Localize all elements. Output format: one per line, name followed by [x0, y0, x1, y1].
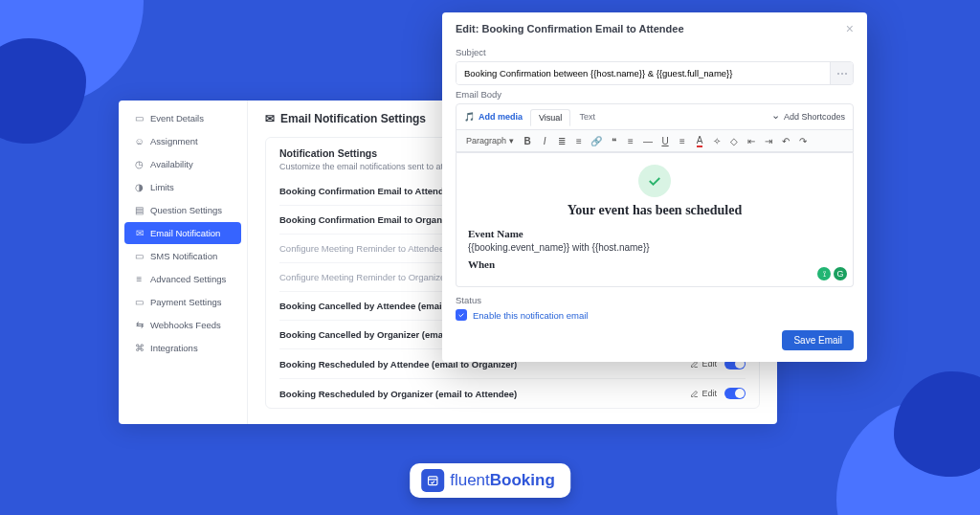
clock-icon: ◷ [134, 159, 145, 169]
enable-checkbox[interactable]: Enable this notification email [456, 309, 854, 321]
sidebar-item-label: Webhooks Feeds [150, 320, 221, 330]
row-label: Booking Rescheduled by Organizer (email … [279, 389, 517, 399]
sidebar-item-label: Email Notification [150, 228, 220, 238]
sidebar-item-label: Advanced Settings [150, 274, 226, 284]
settings-sidebar: ▭Event Details ☺Assignment ◷Availability… [119, 101, 248, 424]
sidebar-item-limits[interactable]: ◑Limits [124, 176, 241, 198]
link-icon: ⌘ [134, 343, 145, 353]
row-label: Booking Confirmation Email to Attendee [279, 186, 454, 196]
tab-text[interactable]: Text [570, 108, 604, 125]
sidebar-item-label: Limits [150, 182, 174, 192]
clear-format-button[interactable]: ✧ [709, 133, 724, 148]
sidebar-item-label: Question Settings [150, 205, 222, 215]
brand-badge: fluentBooking [410, 463, 570, 498]
close-button[interactable]: × [846, 22, 854, 35]
link-button[interactable]: 🔗 [589, 133, 604, 148]
text-color-button[interactable]: A [692, 133, 707, 148]
subject-field: ⋯ [456, 61, 854, 85]
status-label: Status [456, 295, 854, 305]
status-section: Status Enable this notification email [456, 295, 854, 321]
grammarly-icon[interactable]: G [834, 267, 847, 280]
sidebar-item-integrations[interactable]: ⌘Integrations [124, 337, 241, 359]
payment-icon: ▭ [134, 297, 145, 307]
sliders-icon: ≡ [134, 274, 145, 284]
outdent-button[interactable]: ⇥ [761, 133, 776, 148]
subject-label: Subject [456, 47, 854, 57]
add-media-button[interactable]: 🎵Add media [464, 112, 523, 122]
sidebar-item-label: Assignment [150, 136, 198, 146]
user-icon: ☺ [134, 136, 145, 146]
webhook-icon: ⇆ [134, 320, 145, 330]
event-name-label: Event Name [468, 228, 841, 239]
sidebar-item-payment-settings[interactable]: ▭Payment Settings [124, 291, 241, 313]
mail-icon: ✉ [134, 228, 145, 238]
chevron-down-icon: ▾ [509, 136, 514, 146]
subject-input[interactable] [457, 62, 830, 84]
sidebar-item-sms-notification[interactable]: ▭SMS Notification [124, 245, 241, 267]
align-button[interactable]: ≡ [623, 133, 638, 148]
sidebar-item-label: Event Details [150, 113, 204, 123]
quote-button[interactable]: ❝ [606, 133, 621, 148]
sidebar-item-webhooks-feeds[interactable]: ⇆Webhooks Feeds [124, 314, 241, 336]
bullet-list-button[interactable]: ≣ [554, 133, 569, 148]
numbered-list-button[interactable]: ≡ [571, 133, 587, 148]
limits-icon: ◑ [134, 182, 145, 192]
sidebar-item-advanced-settings[interactable]: ≡Advanced Settings [124, 268, 241, 290]
when-label: When [468, 258, 841, 270]
hr-button[interactable]: ― [640, 133, 656, 148]
sidebar-item-assignment[interactable]: ☺Assignment [124, 130, 241, 152]
sidebar-item-label: Payment Settings [150, 297, 221, 307]
pin-icon[interactable]: ⟟ [817, 267, 831, 280]
body-label: Email Body [456, 89, 854, 100]
undo-button[interactable]: ↶ [778, 133, 793, 148]
email-headline: Your event has been scheduled [468, 203, 841, 218]
mail-icon: ✉ [265, 112, 275, 125]
editor-toolbar: 🎵Add media Visual Text Add Shortcodes Pa… [456, 103, 854, 153]
svg-rect-0 [429, 477, 437, 485]
edit-link[interactable]: Edit [690, 389, 717, 398]
save-email-button[interactable]: Save Email [782, 330, 854, 350]
tab-visual[interactable]: Visual [530, 109, 570, 126]
indent-button[interactable]: ⇤ [744, 133, 759, 148]
paragraph-select[interactable]: Paragraph▾ [462, 135, 518, 146]
bold-button[interactable]: B [520, 133, 535, 148]
underline-button[interactable]: U [657, 133, 673, 148]
form-icon: ▤ [134, 205, 145, 215]
check-circle-icon [638, 165, 671, 197]
special-char-button[interactable]: ◇ [726, 133, 742, 148]
editor-body[interactable]: Your event has been scheduled Event Name… [456, 153, 854, 287]
sidebar-item-availability[interactable]: ◷Availability [124, 153, 241, 175]
brand-name: fluentBooking [450, 471, 555, 490]
sidebar-item-label: Availability [150, 159, 193, 169]
add-shortcodes-dropdown[interactable]: Add Shortcodes [771, 111, 845, 123]
redo-button[interactable]: ↷ [795, 133, 811, 148]
edit-email-modal: Edit: Booking Confirmation Email to Atte… [442, 12, 867, 362]
notification-row[interactable]: Booking Rescheduled by Organizer (email … [279, 378, 746, 408]
strike-button[interactable]: ≡ [675, 133, 690, 148]
sidebar-item-question-settings[interactable]: ▤Question Settings [124, 199, 241, 221]
sidebar-item-event-details[interactable]: ▭Event Details [124, 107, 241, 129]
enable-toggle[interactable] [724, 388, 746, 399]
calendar-icon: ▭ [134, 113, 145, 123]
brand-mark-icon [421, 469, 444, 492]
sidebar-item-email-notification[interactable]: ✉Email Notification [124, 222, 241, 244]
insert-shortcode-button[interactable]: ⋯ [830, 62, 853, 84]
sms-icon: ▭ [134, 251, 145, 261]
sidebar-item-label: SMS Notification [150, 251, 217, 261]
italic-button[interactable]: I [537, 133, 552, 148]
modal-title: Edit: Booking Confirmation Email to Atte… [456, 23, 684, 34]
row-label: Configure Meeting Reminder to Attendee [279, 243, 444, 254]
event-name-value: {{booking.event_name}} with {{host.name}… [468, 242, 841, 253]
sidebar-item-label: Integrations [150, 343, 198, 353]
grammarly-icons: ⟟G [817, 267, 847, 280]
media-icon: 🎵 [464, 112, 475, 122]
